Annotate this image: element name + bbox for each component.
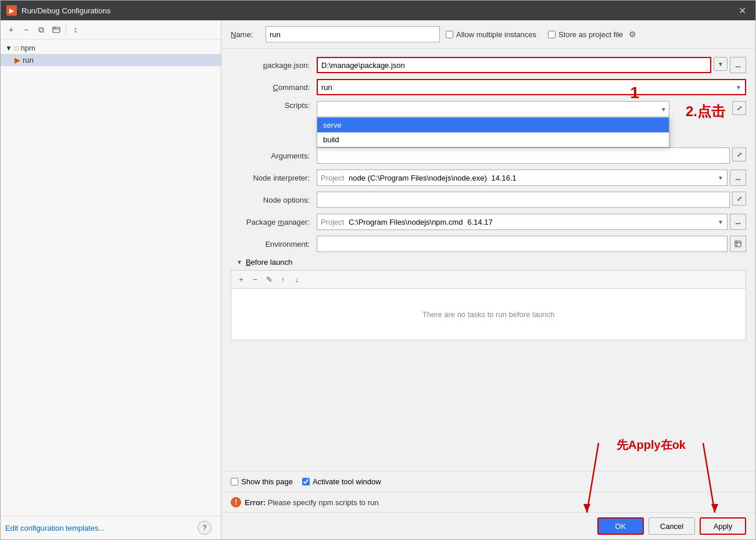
node-options-label: Node options: [231, 196, 312, 204]
sort-button[interactable]: ↕ [69, 23, 83, 37]
app-icon: ▶ [6, 5, 17, 16]
edit-templates-link[interactable]: Edit configuration templates... [5, 524, 105, 532]
environment-label: Environment: [231, 240, 312, 249]
environment-row: Environment: [231, 236, 746, 252]
show-this-page-checkbox[interactable] [231, 478, 238, 485]
environment-browse-btn[interactable] [730, 236, 746, 252]
add-config-button[interactable]: + [4, 23, 18, 37]
scripts-item-build[interactable]: build [317, 132, 669, 147]
before-launch-edit-btn[interactable]: ✎ [263, 273, 275, 286]
show-this-page-label[interactable]: Show this page [231, 477, 293, 486]
error-text: Error: Please specify npm scripts to run [245, 498, 379, 507]
allow-multiple-label: Allow multiple instances [456, 30, 536, 39]
package-manager-row: Package manager: Project C:\Program File… [231, 214, 746, 230]
before-launch-up-btn[interactable]: ↑ [277, 273, 289, 286]
node-interpreter-version: 14.16.1 [491, 174, 516, 182]
svg-rect-1 [735, 241, 741, 247]
allow-multiple-checkbox-label[interactable]: Allow multiple instances [446, 30, 536, 39]
show-this-page-text: Show this page [241, 477, 293, 486]
package-manager-field: Project C:\Program Files\nodejs\npm.cmd … [317, 214, 746, 230]
apply-button[interactable]: Apply [700, 517, 746, 535]
config-header: Name: Allow multiple instances Store as … [221, 20, 755, 49]
error-icon: ! [231, 497, 241, 507]
node-interpreter-prefix: Project [321, 174, 344, 182]
scripts-dropdown: serve build [317, 117, 669, 147]
node-interpreter-field: Project node (C:\Program Files\nodejs\no… [317, 170, 746, 186]
error-message: Please specify npm scripts to run [268, 498, 379, 507]
command-arrow-icon: ▼ [736, 84, 741, 91]
environment-input[interactable] [317, 236, 728, 252]
before-launch-remove-btn[interactable]: − [249, 273, 261, 286]
package-json-input[interactable] [317, 57, 711, 73]
scripts-container: ▼ serve build [317, 101, 669, 117]
run-debug-dialog: ▶ Run/Debug Configurations ✕ + − ⧉ ↕ [0, 0, 756, 540]
scripts-expand-btn[interactable]: ⤢ [732, 101, 746, 115]
name-input[interactable] [266, 26, 440, 42]
node-interpreter-dropdown[interactable]: Project node (C:\Program Files\nodejs\no… [317, 170, 728, 186]
remove-config-button[interactable]: − [19, 23, 33, 37]
package-json-dropdown-btn[interactable]: ▼ [714, 57, 728, 71]
run-config-label: run [23, 56, 34, 64]
package-manager-content: Project C:\Program Files\nodejs\npm.cmd … [321, 218, 493, 226]
node-interpreter-browse-btn[interactable]: ... [730, 170, 746, 186]
command-value: run [321, 83, 332, 92]
run-config-icon: ▶ [15, 56, 20, 64]
before-launch-collapse-icon[interactable]: ▼ [237, 259, 242, 265]
package-json-field: ▼ ... [317, 57, 746, 73]
scripts-item-serve[interactable]: serve [317, 118, 669, 132]
arguments-label: Arguments: [231, 152, 312, 160]
dialog-footer: 先Apply在ok OK Cancel Apply [221, 512, 755, 539]
npm-folder-icon: □ [15, 45, 19, 52]
copy-config-button[interactable]: ⧉ [34, 23, 48, 37]
move-to-folder-button[interactable] [49, 23, 63, 37]
arguments-field: ⤢ [317, 147, 746, 164]
arguments-expand-btn[interactable]: ⤢ [732, 147, 746, 161]
allow-multiple-checkbox[interactable] [446, 31, 453, 38]
help-button[interactable]: ? [198, 521, 212, 535]
package-manager-dropdown[interactable]: Project C:\Program Files\nodejs\npm.cmd … [317, 214, 728, 230]
before-launch-title: Before launch [246, 258, 292, 267]
arguments-row: Arguments: ⤢ [231, 147, 746, 164]
activate-tool-window-checkbox[interactable] [302, 478, 310, 485]
cancel-button[interactable]: Cancel [648, 517, 695, 535]
node-interpreter-label: Node interpreter: [231, 174, 312, 182]
scripts-row: Scripts: ▼ serve build 2.点击 ⤢ [231, 101, 746, 121]
before-launch-add-btn[interactable]: + [235, 273, 248, 286]
before-launch-down-btn[interactable]: ↓ [291, 273, 303, 286]
dialog-title: Run/Debug Configurations [22, 6, 735, 15]
left-footer: Edit configuration templates... ? [1, 516, 221, 539]
package-manager-version: 6.14.17 [467, 218, 492, 226]
node-interpreter-row: Node interpreter: Project node (C:\Progr… [231, 170, 746, 186]
left-panel: + − ⧉ ↕ ▼ □ npm [1, 20, 221, 539]
gear-icon[interactable]: ⚙ [629, 30, 636, 39]
node-options-expand-btn[interactable]: ⤢ [732, 192, 746, 206]
svg-rect-0 [53, 27, 60, 33]
package-manager-arrow-icon: ▼ [718, 219, 723, 225]
environment-field [317, 236, 746, 252]
node-interpreter-path: node (C:\Program Files\nodejs\node.exe) [349, 174, 487, 182]
package-json-browse-btn[interactable]: ... [730, 57, 746, 73]
package-json-row: package.json: ▼ ... [231, 57, 746, 73]
annotation-step2: 2.点击 [686, 102, 725, 121]
left-toolbar: + − ⧉ ↕ [1, 20, 221, 39]
node-options-field: ⤢ [317, 192, 746, 208]
activate-tool-window-label[interactable]: Activate tool window [302, 477, 381, 486]
form-body: 1 package.json: ▼ ... Command: run [221, 49, 755, 471]
arguments-input[interactable] [317, 147, 730, 164]
run-config-item[interactable]: ▶ run [1, 54, 221, 66]
npm-group-item[interactable]: ▼ □ npm [1, 42, 221, 54]
scripts-label: Scripts: [231, 101, 312, 110]
ok-button[interactable]: OK [597, 517, 644, 535]
scripts-dropdown-arrow-icon[interactable]: ▼ [661, 106, 667, 113]
close-button[interactable]: ✕ [735, 4, 750, 17]
expand-arrow-icon: ▼ [5, 44, 12, 52]
store-project-checkbox[interactable] [548, 31, 556, 38]
before-launch-empty: There are no tasks to run before launch [231, 288, 746, 340]
node-options-input[interactable] [317, 192, 730, 208]
scripts-input[interactable] [321, 105, 661, 114]
node-interpreter-content: Project node (C:\Program Files\nodejs\no… [321, 174, 517, 182]
store-project-checkbox-label[interactable]: Store as project file [548, 30, 623, 39]
command-row: Command: run ▼ [231, 79, 746, 95]
command-dropdown[interactable]: run ▼ [317, 79, 746, 95]
package-manager-browse-btn[interactable]: ... [730, 214, 746, 230]
